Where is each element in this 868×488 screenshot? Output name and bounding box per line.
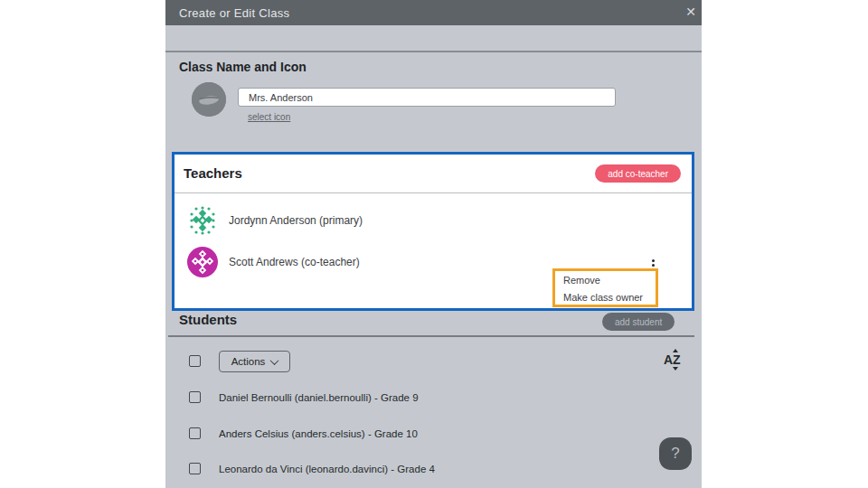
teacher-avatar-icon (187, 247, 218, 277)
add-co-teacher-button[interactable]: add co-teacher (595, 164, 681, 183)
help-button[interactable]: ? (659, 437, 692, 470)
add-student-button[interactable]: add student (602, 313, 675, 331)
page: Create or Edit Class ✕ Class Name and Ic… (0, 0, 868, 488)
teacher-avatar-icon (187, 205, 218, 236)
select-all-checkbox[interactable] (189, 355, 201, 367)
sort-arrow-icon (673, 349, 678, 352)
student-row: Anders Celsius (anders.celsius) - Grade … (219, 428, 418, 439)
header-divider (165, 51, 702, 52)
select-icon-link[interactable]: select icon (248, 112, 290, 122)
class-name-input[interactable] (238, 88, 616, 107)
teachers-divider (175, 192, 692, 193)
student-checkbox[interactable] (189, 427, 201, 439)
student-row: Leonardo da Vinci (leonardo.davinci) - G… (219, 464, 435, 474)
student-row: Daniel Bernoulli (daniel.bernoulli) - Gr… (219, 392, 419, 403)
modal-header: Create or Edit Class ✕ (165, 0, 702, 25)
sort-alphabetical-icon[interactable]: AZ (664, 352, 681, 367)
chevron-down-icon (270, 356, 279, 365)
menu-item-make-class-owner[interactable]: Make class owner (563, 292, 643, 303)
help-question-icon: ? (671, 445, 679, 463)
modal-title: Create or Edit Class (165, 6, 289, 20)
teacher-row: Jordynn Anderson (primary) (187, 205, 363, 236)
class-name-heading: Class Name and Icon (179, 60, 307, 74)
student-checkbox[interactable] (189, 391, 201, 403)
teacher-context-menu: Remove Make class owner (552, 268, 658, 307)
sort-arrow-icon (673, 367, 678, 371)
menu-item-remove[interactable]: Remove (563, 275, 600, 286)
teacher-name: Jordynn Anderson (primary) (229, 214, 363, 227)
actions-dropdown[interactable]: Actions (219, 351, 290, 372)
class-icon-image (192, 82, 226, 117)
create-edit-class-modal: Create or Edit Class ✕ Class Name and Ic… (165, 0, 702, 488)
students-divider (168, 335, 694, 337)
actions-label: Actions (231, 356, 266, 367)
teacher-name: Scott Andrews (co-teacher) (229, 256, 360, 268)
students-heading: Students (179, 312, 237, 327)
student-checkbox[interactable] (189, 463, 201, 474)
teacher-row: Scott Andrews (co-teacher) (187, 247, 360, 277)
close-icon[interactable]: ✕ (683, 4, 699, 20)
teachers-heading: Teachers (184, 165, 242, 181)
class-icon-avatar[interactable] (192, 82, 226, 117)
